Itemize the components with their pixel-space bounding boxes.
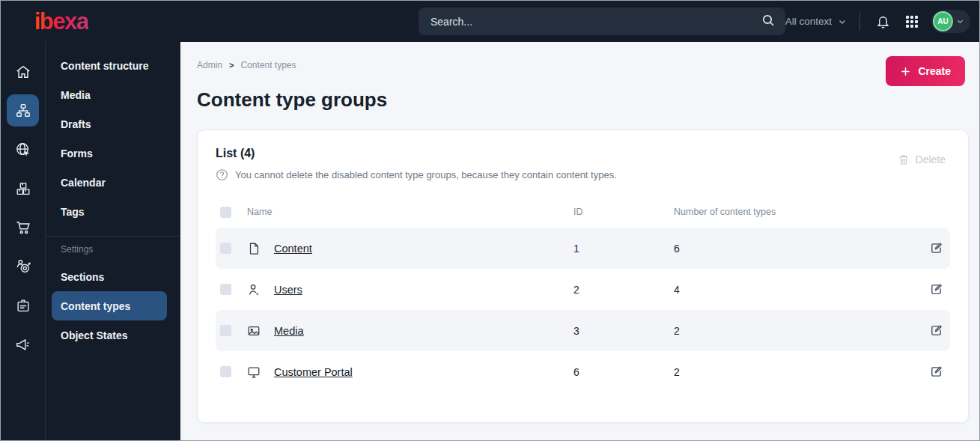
sidebar-icon-rail [1, 42, 46, 440]
user-menu[interactable]: AU [931, 10, 970, 33]
breadcrumb-admin[interactable]: Admin [197, 60, 222, 70]
edit-icon[interactable] [927, 280, 946, 299]
table-row: Users 2 4 [216, 269, 950, 310]
table-row: Content 1 6 [216, 228, 950, 269]
delete-button-label: Delete [916, 153, 946, 165]
edit-icon[interactable] [927, 321, 946, 340]
search-input[interactable] [419, 7, 785, 35]
group-id: 6 [573, 366, 674, 378]
column-header-count: Number of content types [674, 207, 913, 217]
edit-icon[interactable] [927, 362, 946, 381]
sidebar-item-drafts[interactable]: Drafts [52, 109, 167, 139]
user-icon [247, 283, 274, 296]
help-line: You cannot delete the disabled content t… [216, 168, 617, 181]
table-header-row: Name ID Number of content types [216, 196, 950, 228]
table-row: Customer Portal 6 2 [216, 351, 950, 392]
sidebar-item-media[interactable]: Media [52, 80, 167, 109]
column-header-name: Name [247, 207, 573, 217]
create-button[interactable]: Create [886, 56, 965, 86]
search-icon [761, 13, 775, 27]
sidebar-item-content-structure[interactable]: Content structure [52, 51, 167, 80]
global-search [419, 7, 785, 35]
trash-icon [898, 153, 910, 165]
group-id: 3 [573, 325, 674, 337]
breadcrumb: Admin > Content types [180, 42, 979, 70]
main-content: Admin > Content types Create Content typ… [180, 42, 979, 440]
delete-button[interactable]: Delete [893, 153, 950, 166]
group-count: 2 [674, 325, 913, 337]
app-grid-icon[interactable] [902, 12, 922, 31]
sidebar-item-tags[interactable]: Tags [52, 197, 167, 226]
row-checkbox[interactable] [220, 366, 231, 377]
row-checkbox[interactable] [220, 325, 231, 336]
chevron-down-icon [956, 17, 964, 25]
group-link-content[interactable]: Content [274, 243, 573, 255]
sidebar-divider [46, 236, 180, 237]
group-id: 2 [573, 284, 674, 296]
plus-icon [900, 66, 911, 77]
group-id: 1 [573, 243, 674, 255]
file-icon [247, 242, 274, 255]
sidebar-item-calendar[interactable]: Calendar [52, 168, 167, 197]
site-icon[interactable] [7, 133, 39, 165]
avatar: AU [933, 11, 953, 31]
notifications-bell-icon[interactable] [873, 12, 892, 31]
home-icon[interactable] [7, 55, 39, 88]
group-link-customer-portal[interactable]: Customer Portal [274, 366, 573, 378]
row-checkbox[interactable] [220, 243, 231, 254]
sidebar-item-object-states[interactable]: Object States [52, 320, 167, 350]
ibexa-logo: ibexa [34, 8, 88, 35]
monitor-icon [247, 365, 274, 379]
topbar: ibexa Site: All context [1, 1, 979, 42]
sidebar-item-sections[interactable]: Sections [52, 262, 167, 291]
group-count: 2 [674, 366, 913, 378]
announcement-icon[interactable] [7, 328, 39, 360]
group-link-media[interactable]: Media [274, 325, 573, 337]
help-text: You cannot delete the disabled content t… [235, 169, 617, 180]
question-circle-icon [216, 168, 228, 181]
image-icon [247, 324, 274, 338]
edit-icon[interactable] [927, 239, 946, 258]
personalization-icon[interactable] [7, 250, 39, 282]
sidebar-settings-heading: Settings [46, 244, 180, 255]
chevron-down-icon [838, 17, 847, 26]
content-type-groups-panel: List (4) You cannot delete the disabled … [197, 130, 969, 423]
group-count: 4 [674, 284, 913, 296]
admin-badge-icon[interactable] [7, 289, 39, 321]
content-structure-icon[interactable] [7, 94, 39, 127]
group-count: 6 [674, 243, 913, 255]
row-checkbox[interactable] [220, 284, 231, 295]
app-window: ibexa Site: All context [0, 0, 980, 441]
create-button-label: Create [918, 65, 951, 77]
page-title: Content type groups [197, 88, 979, 112]
topbar-divider [859, 13, 860, 31]
table-row: Media 3 2 [216, 310, 950, 351]
sidebar-item-forms[interactable]: Forms [52, 139, 167, 168]
group-link-users[interactable]: Users [274, 284, 573, 296]
cart-icon[interactable] [7, 211, 39, 243]
sidebar: Content structure Media Drafts Forms Cal… [1, 42, 180, 440]
content-type-groups-table: Name ID Number of content types [216, 196, 950, 392]
sidebar-item-content-types[interactable]: Content types [52, 291, 167, 320]
breadcrumb-content-types: Content types [240, 60, 296, 70]
sidebar-menu: Content structure Media Drafts Forms Cal… [46, 42, 180, 440]
breadcrumb-separator: > [229, 61, 234, 70]
column-header-id: ID [573, 207, 674, 217]
select-all-checkbox[interactable] [220, 207, 231, 218]
list-title: List (4) [216, 147, 617, 160]
commerce-icon[interactable] [7, 172, 39, 204]
